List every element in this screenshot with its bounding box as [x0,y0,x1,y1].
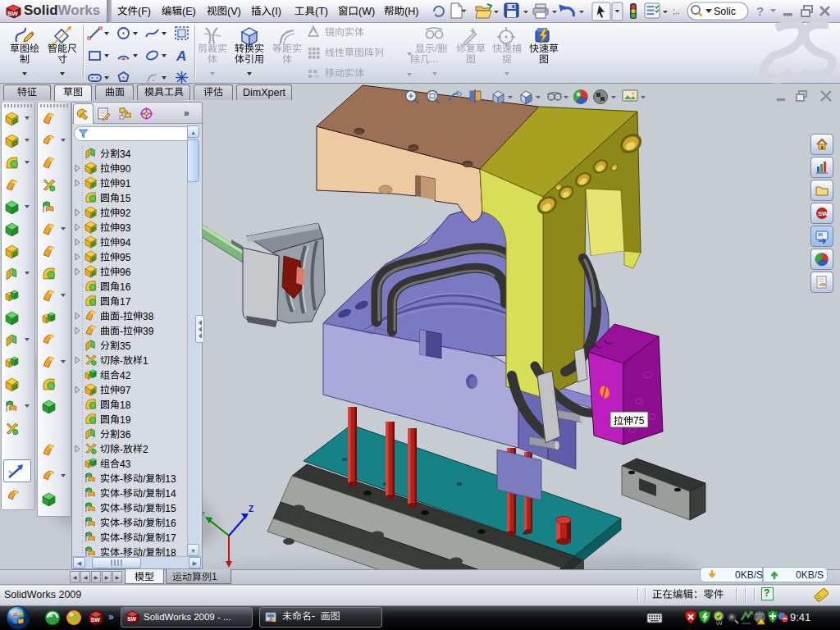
svg-text:35: 35 [120,340,131,352]
svg-text:...: ... [430,53,438,65]
svg-text:43: 43 [120,459,131,470]
svg-text:SW: SW [91,617,101,623]
svg-text:SW: SW [127,616,136,622]
svg-text:96: 96 [120,267,131,278]
svg-text:-: - [312,610,315,622]
svg-text:SolidWorks 2009: SolidWorks 2009 [4,589,81,600]
svg-text:1: 1 [143,355,148,367]
svg-text:39: 39 [143,326,154,337]
svg-text:16: 16 [165,518,176,529]
svg-text:?: ? [756,4,764,18]
svg-text:-: - [120,518,123,529]
svg-text:/: / [143,473,146,485]
svg-text:14: 14 [165,488,176,500]
svg-text:(H): (H) [404,6,418,17]
svg-text:92: 92 [120,208,131,219]
svg-text:2: 2 [143,444,148,455]
svg-text:-: - [120,311,123,322]
svg-text:13: 13 [165,473,176,485]
svg-text:-: - [120,488,123,500]
svg-text:(W): (W) [358,6,375,17]
svg-text:91: 91 [120,178,131,189]
svg-text:(V): (V) [227,6,241,17]
svg-text:(F): (F) [138,6,151,17]
svg-text:34: 34 [120,148,131,160]
svg-text:(T): (T) [315,6,328,17]
svg-text:A: A [176,48,186,63]
svg-text:0KB/S: 0KB/S [735,569,763,581]
svg-text:+: + [470,25,475,35]
svg-text:15: 15 [165,503,176,514]
svg-text:SW: SW [7,10,18,17]
svg-text:18: 18 [120,399,131,411]
svg-text:/: / [435,43,438,54]
svg-text:-: - [120,326,123,337]
svg-text:SW: SW [818,210,829,217]
svg-text:(I): (I) [272,6,281,17]
svg-text:-: - [120,444,123,455]
svg-text:-: - [120,355,123,367]
svg-text:1: 1 [212,571,217,582]
svg-text:15: 15 [120,193,131,204]
svg-text:42: 42 [120,370,131,381]
svg-text:/: / [143,518,146,529]
svg-text:»: » [108,611,114,623]
svg-text:93: 93 [120,222,131,234]
svg-text:Solic: Solic [714,6,736,17]
svg-text:97: 97 [120,385,131,396]
svg-text:95: 95 [120,252,131,263]
svg-text:0KB/S: 0KB/S [796,569,824,581]
svg-text:16: 16 [120,281,131,293]
svg-text:-: - [120,503,123,514]
svg-text:/: / [143,532,146,544]
svg-text:94: 94 [120,237,131,249]
svg-text:17: 17 [120,296,131,308]
svg-text:17: 17 [165,532,176,544]
svg-text:-: - [120,473,123,485]
svg-text:36: 36 [120,429,131,441]
svg-text:!: ! [764,620,765,625]
svg-text:90: 90 [120,163,131,175]
svg-text:/: / [143,503,146,514]
svg-text:19: 19 [120,414,131,426]
svg-text:(E): (E) [182,6,196,17]
svg-text:Z: Z [249,504,253,514]
svg-text:/: / [143,488,146,500]
svg-text:-: - [120,532,123,544]
svg-text:;..: ;.. [673,6,680,16]
svg-text:38: 38 [143,311,154,322]
svg-text:75: 75 [633,415,645,427]
